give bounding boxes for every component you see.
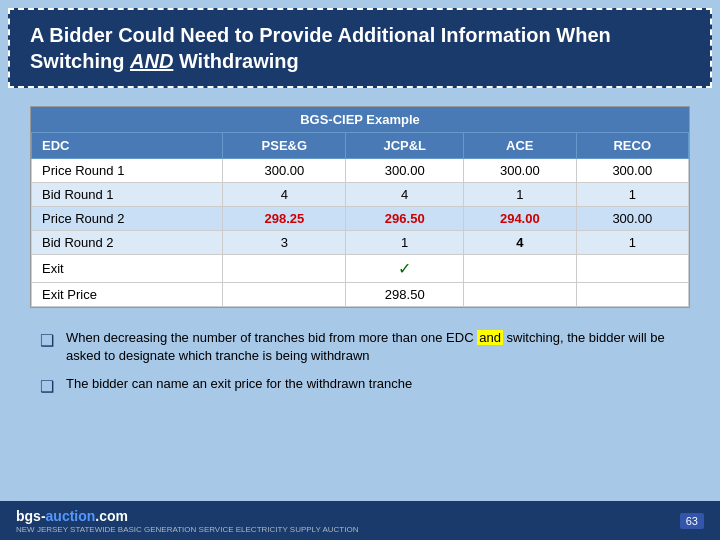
page-footer: bgs-auction.com NEW JERSEY STATEWIDE BAS…	[0, 501, 720, 540]
list-item: ❑ When decreasing the number of tranches…	[40, 329, 680, 365]
col-header-pseg: PSE&G	[223, 133, 346, 159]
cell-pseg: 300.00	[223, 159, 346, 183]
cell-reco: 1	[576, 231, 688, 255]
bullet-text: When decreasing the number of tranches b…	[66, 329, 680, 365]
footer-logo: bgs-auction.com	[16, 508, 128, 524]
page-number: 63	[680, 513, 704, 529]
cell-pseg: 3	[223, 231, 346, 255]
cell-reco	[576, 255, 688, 283]
list-item: ❑ The bidder can name an exit price for …	[40, 375, 680, 398]
bullet-text: The bidder can name an exit price for th…	[66, 375, 680, 393]
footer-subtitle: NEW JERSEY STATEWIDE BASIC GENERATION SE…	[16, 525, 358, 534]
page-header: A Bidder Could Need to Provide Additiona…	[8, 8, 712, 88]
cell-ace	[464, 255, 576, 283]
cell-pseg: 4	[223, 183, 346, 207]
cell-jcpl: 300.00	[346, 159, 464, 183]
cell-reco	[576, 283, 688, 307]
row-label: Exit Price	[32, 283, 223, 307]
footer-logo-accent: auction	[46, 508, 96, 524]
cell-ace: 294.00	[464, 207, 576, 231]
highlight-and: and	[477, 330, 503, 345]
row-label: Exit	[32, 255, 223, 283]
col-header-ace: ACE	[464, 133, 576, 159]
col-header-jcpl: JCP&L	[346, 133, 464, 159]
bullet-list: ❑ When decreasing the number of tranches…	[30, 324, 690, 414]
cell-ace: 300.00	[464, 159, 576, 183]
cell-reco: 300.00	[576, 159, 688, 183]
cell-jcpl: 4	[346, 183, 464, 207]
cell-jcpl: 298.50	[346, 283, 464, 307]
table-row: Exit ✓	[32, 255, 689, 283]
page-title: A Bidder Could Need to Provide Additiona…	[30, 22, 690, 74]
cell-pseg: 298.25	[223, 207, 346, 231]
row-label: Price Round 2	[32, 207, 223, 231]
cell-ace	[464, 283, 576, 307]
cell-pseg	[223, 283, 346, 307]
cell-ace: 1	[464, 183, 576, 207]
row-label: Bid Round 2	[32, 231, 223, 255]
cell-reco: 300.00	[576, 207, 688, 231]
table-row: Bid Round 2 3 1 4 1	[32, 231, 689, 255]
table-title: BGS-CIEP Example	[31, 107, 689, 132]
footer-logo-area: bgs-auction.com NEW JERSEY STATEWIDE BAS…	[16, 507, 358, 534]
cell-jcpl: 1	[346, 231, 464, 255]
row-label: Bid Round 1	[32, 183, 223, 207]
col-header-reco: RECO	[576, 133, 688, 159]
table-row: Exit Price 298.50	[32, 283, 689, 307]
cell-jcpl: 296.50	[346, 207, 464, 231]
table-row: Price Round 2 298.25 296.50 294.00 300.0…	[32, 207, 689, 231]
cell-pseg	[223, 255, 346, 283]
bgs-ciep-table: BGS-CIEP Example EDC PSE&G JCP&L ACE REC…	[30, 106, 690, 308]
col-header-edc: EDC	[32, 133, 223, 159]
bullet-icon: ❑	[40, 330, 60, 352]
table-row: Bid Round 1 4 4 1 1	[32, 183, 689, 207]
cell-ace: 4	[464, 231, 576, 255]
table-row: Price Round 1 300.00 300.00 300.00 300.0…	[32, 159, 689, 183]
cell-jcpl: ✓	[346, 255, 464, 283]
main-content: BGS-CIEP Example EDC PSE&G JCP&L ACE REC…	[0, 96, 720, 424]
cell-reco: 1	[576, 183, 688, 207]
bullet-icon: ❑	[40, 376, 60, 398]
row-label: Price Round 1	[32, 159, 223, 183]
